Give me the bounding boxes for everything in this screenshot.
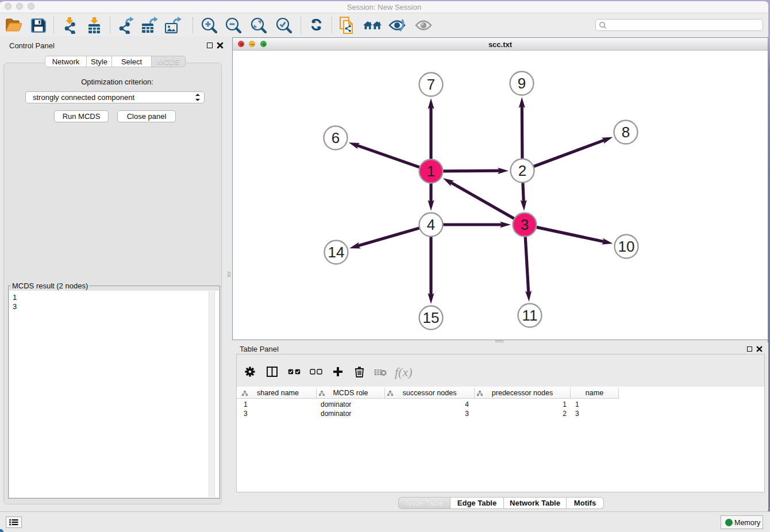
svg-text:7: 7 (427, 76, 435, 93)
svg-text:6: 6 (332, 129, 340, 147)
svg-text:10: 10 (618, 238, 635, 255)
svg-text:8: 8 (622, 124, 630, 141)
svg-text:15: 15 (423, 309, 440, 326)
svg-text:2: 2 (518, 162, 526, 179)
svg-text:3: 3 (521, 216, 529, 233)
svg-text:1: 1 (427, 163, 435, 180)
svg-text:11: 11 (522, 307, 538, 324)
svg-text:14: 14 (328, 244, 345, 261)
svg-text:9: 9 (518, 75, 526, 92)
svg-text:4: 4 (427, 216, 435, 233)
